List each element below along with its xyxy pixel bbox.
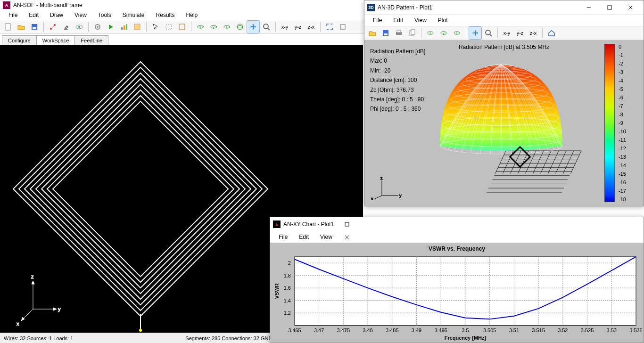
winxy-maximize-button[interactable] bbox=[337, 218, 357, 231]
svg-text:Frequency [MHz]: Frequency [MHz] bbox=[445, 335, 487, 341]
win3d-rotz-button[interactable]: z bbox=[451, 27, 463, 39]
chart-title: VSWR vs. Frequency bbox=[270, 243, 644, 252]
app-icon: A bbox=[3, 1, 10, 9]
microscope-button[interactable] bbox=[60, 21, 72, 33]
tab-feedline[interactable]: FeedLine bbox=[74, 35, 108, 45]
svg-text:y: y bbox=[58, 306, 61, 312]
tab-workspace[interactable]: WorkSpace bbox=[36, 35, 75, 45]
svg-text:VSWR: VSWR bbox=[274, 283, 280, 299]
win3d-pan-button[interactable] bbox=[469, 27, 481, 39]
reset-button[interactable] bbox=[337, 21, 349, 33]
menu-file[interactable]: File bbox=[3, 11, 23, 19]
win3d-roty-button[interactable]: y bbox=[438, 27, 450, 39]
winxy-menu-file[interactable]: File bbox=[273, 233, 293, 241]
rotate-3d-button[interactable] bbox=[234, 21, 246, 33]
winxy-minimize-button[interactable] bbox=[337, 204, 357, 218]
svg-line-5 bbox=[51, 25, 54, 28]
svg-text:z: z bbox=[380, 177, 383, 180]
win3d-menu-plot[interactable]: Plot bbox=[432, 16, 454, 24]
open-button[interactable] bbox=[15, 21, 27, 33]
menu-tools[interactable]: Tools bbox=[92, 11, 117, 19]
winxy-menubar: File Edit View bbox=[270, 231, 644, 243]
svg-text:y: y bbox=[443, 32, 445, 35]
svg-text:z: z bbox=[226, 25, 228, 29]
win3d-titlebar[interactable]: 3D AN-3D Pattern - Plot1 bbox=[364, 0, 644, 15]
svg-point-23 bbox=[237, 26, 243, 28]
win3d-rotx-button[interactable]: x bbox=[424, 27, 437, 39]
zoom-button[interactable] bbox=[260, 21, 272, 33]
main-title: AN-SOF - Multi-bandFrame bbox=[13, 2, 83, 8]
node-button[interactable] bbox=[47, 21, 59, 33]
svg-text:3.51: 3.51 bbox=[509, 327, 519, 333]
win3d-home-button[interactable] bbox=[545, 27, 558, 39]
svg-text:z: z bbox=[31, 274, 34, 279]
pan-button[interactable] bbox=[247, 21, 259, 33]
maximize-button[interactable] bbox=[599, 1, 620, 14]
svg-text:3.53: 3.53 bbox=[607, 327, 617, 333]
svg-text:3.495: 3.495 bbox=[434, 327, 447, 333]
csv-button[interactable] bbox=[131, 21, 143, 33]
tab-configure[interactable]: Configure bbox=[2, 35, 37, 45]
save-button[interactable] bbox=[28, 21, 41, 33]
plot3d-area[interactable]: Radiation Pattern [dB] at 3.505 MHz Radi… bbox=[364, 40, 644, 206]
menu-edit[interactable]: Edit bbox=[23, 11, 44, 19]
fit-button[interactable] bbox=[323, 21, 336, 33]
eye-button[interactable] bbox=[73, 21, 85, 33]
gear-button[interactable] bbox=[91, 21, 104, 33]
winxy-title: AN-XY Chart - Plot1 bbox=[283, 221, 334, 228]
pointer-button[interactable] bbox=[149, 21, 162, 33]
winxy-close-button[interactable] bbox=[337, 231, 357, 244]
winxy-titlebar[interactable]: ▲ AN-XY Chart - Plot1 bbox=[270, 217, 644, 231]
svg-rect-2 bbox=[33, 27, 36, 29]
win3d-menu-view[interactable]: View bbox=[409, 16, 432, 24]
menu-help[interactable]: Help bbox=[181, 11, 204, 19]
win3d-print-button[interactable] bbox=[393, 27, 405, 39]
win3d-menu-file[interactable]: File bbox=[367, 16, 388, 24]
chart-button[interactable] bbox=[118, 21, 130, 33]
rotate-z-button[interactable]: z bbox=[221, 21, 233, 33]
win3d-save-button[interactable] bbox=[380, 27, 392, 39]
svg-rect-15 bbox=[179, 24, 185, 30]
wire-button[interactable] bbox=[176, 21, 188, 33]
an-xy-window[interactable]: ▲ AN-XY Chart - Plot1 File Edit View VSW… bbox=[270, 217, 644, 343]
close-button[interactable] bbox=[620, 1, 641, 14]
win3d-zx-button[interactable]: z-x bbox=[527, 27, 539, 39]
winxy-menu-view[interactable]: View bbox=[314, 233, 338, 241]
win3d-open-button[interactable] bbox=[366, 27, 379, 39]
menu-draw[interactable]: Draw bbox=[44, 11, 69, 19]
status-segments: Segments: 285 Connections: 32 GNDs: 0 bbox=[185, 335, 281, 341]
svg-text:3.515: 3.515 bbox=[532, 327, 545, 333]
rotate-y-button[interactable]: y bbox=[207, 21, 220, 33]
win3d-toolbar: x y z x-y y-z z-x bbox=[364, 26, 644, 40]
win3d-menubar: File Edit View Plot bbox=[364, 15, 644, 26]
view-zx-button[interactable]: z-x bbox=[305, 21, 317, 33]
svg-point-7 bbox=[78, 26, 80, 28]
menu-simulate[interactable]: Simulate bbox=[117, 11, 150, 19]
colorbar: 0-1-2-3-4-5-6-7-8-9-10-11-12-13-14-15-16… bbox=[604, 44, 640, 202]
win3d-yz-button[interactable]: y-z bbox=[514, 27, 526, 39]
menu-results[interactable]: Results bbox=[150, 11, 181, 19]
svg-rect-10 bbox=[121, 27, 123, 30]
win3d-zoom-button[interactable] bbox=[482, 27, 495, 39]
win3d-xy-button[interactable]: x-y bbox=[501, 27, 513, 39]
win3d-copy-button[interactable] bbox=[406, 27, 418, 39]
view-xy-button[interactable]: x-y bbox=[279, 21, 291, 33]
chart-area[interactable]: VSWR vs. Frequency 3.4653.473.4753.483.4… bbox=[270, 243, 644, 343]
svg-text:3.535: 3.535 bbox=[629, 327, 642, 333]
run-button[interactable] bbox=[105, 21, 117, 33]
svg-text:3.48: 3.48 bbox=[363, 327, 372, 333]
svg-point-28 bbox=[139, 329, 142, 332]
svg-line-99 bbox=[374, 196, 382, 199]
rotate-x-button[interactable]: x bbox=[194, 21, 206, 33]
win3d-menu-edit[interactable]: Edit bbox=[388, 16, 409, 24]
menu-view[interactable]: View bbox=[69, 11, 92, 19]
winxy-menu-edit[interactable]: Edit bbox=[293, 233, 314, 241]
new-button[interactable] bbox=[2, 21, 14, 33]
view-yz-button[interactable]: y-z bbox=[292, 21, 304, 33]
select-rect-button[interactable] bbox=[163, 21, 175, 33]
svg-text:3.475: 3.475 bbox=[337, 327, 350, 333]
vswr-chart: 3.4653.473.4753.483.4853.493.4953.53.505… bbox=[272, 254, 642, 342]
an-3d-window[interactable]: 3D AN-3D Pattern - Plot1 File Edit View … bbox=[364, 0, 644, 206]
minimize-button[interactable] bbox=[578, 1, 599, 14]
svg-text:y: y bbox=[213, 25, 215, 29]
